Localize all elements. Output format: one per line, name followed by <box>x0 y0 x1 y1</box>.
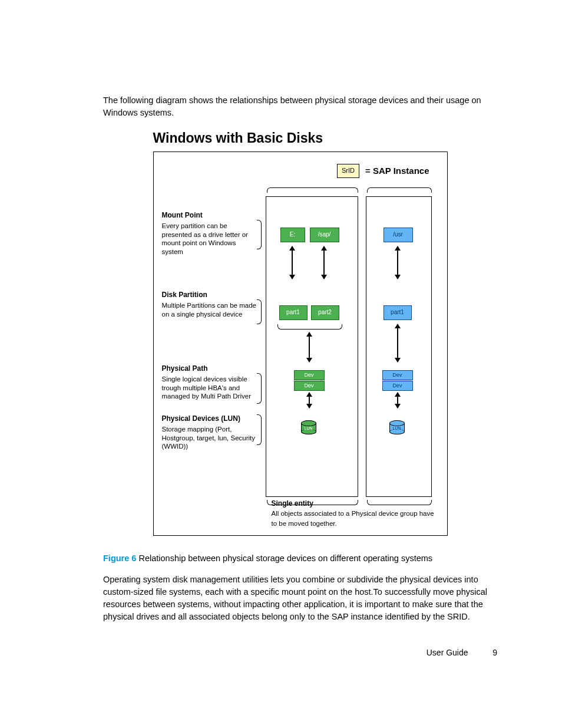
figure-caption: Figure 6 Relationship between physical s… <box>103 552 497 565</box>
brace-path <box>257 373 262 404</box>
top-brace-a <box>267 187 358 193</box>
legend-label: = SAP Instance <box>365 164 429 177</box>
label-partition-heading: Disk Partition <box>162 291 259 299</box>
brace-parts-a <box>277 324 342 330</box>
diagram-title: Windows with Basic Disks <box>153 129 448 148</box>
figure-caption-text: Relationship between physical storage de… <box>136 554 432 563</box>
box-part1-b: part1 <box>384 305 412 320</box>
diagram-frame: SrID = SAP Instance Mount Point Every pa… <box>153 151 448 536</box>
single-entity-heading: Single entity <box>272 499 313 508</box>
arrow-b1 <box>397 246 398 279</box>
arrow-a1 <box>292 246 293 279</box>
label-mount-text: Every partition can be presented as a dr… <box>162 222 248 255</box>
page-footer: User Guide 9 <box>103 647 497 658</box>
label-partition-text: Multiple Partitions can be made on a sin… <box>162 302 256 317</box>
box-sap: /sap/ <box>310 228 339 242</box>
box-dev-b2: Dev <box>382 381 413 391</box>
srid-box: SrID <box>337 164 359 178</box>
label-lun-text: Storage mapping (Port, Hostgroup, target… <box>162 426 256 450</box>
arrow-a2 <box>323 246 325 279</box>
single-entity: Single entity All objects associated to … <box>272 499 437 529</box>
box-dev-a2: Dev <box>294 381 325 391</box>
label-mount-heading: Mount Point <box>162 211 259 220</box>
label-lun-heading: Physical Devices (LUN) <box>162 414 259 423</box>
label-lun: Physical Devices (LUN) Storage mapping (… <box>162 414 259 450</box>
brace-lun <box>257 414 262 445</box>
page: The following diagram shows the relation… <box>0 0 562 694</box>
brace-mount <box>257 220 262 249</box>
arrow-a3 <box>309 332 310 362</box>
brace-partition <box>257 299 262 324</box>
top-brace-b <box>367 187 432 193</box>
box-usr: /usr <box>384 228 413 242</box>
label-path-heading: Physical Path <box>162 364 259 373</box>
footer-doc-title: User Guide <box>427 648 468 657</box>
box-dev-b1: Dev <box>382 370 413 380</box>
footer-page-number: 9 <box>480 647 497 658</box>
single-entity-text: All objects associated to a Physical dev… <box>272 510 434 527</box>
intro-paragraph: The following diagram shows the relation… <box>103 94 497 119</box>
lun-b: LUN <box>389 420 405 434</box>
box-part1-a: part1 <box>279 305 308 320</box>
lun-b-label: LUN <box>389 426 405 431</box>
arrow-b2 <box>397 324 398 362</box>
body-paragraph: Operating system disk management utiliti… <box>103 574 497 623</box>
figure-label: Figure 6 <box>103 554 136 563</box>
arrow-b3 <box>397 393 398 408</box>
label-path: Physical Path Single logical devices vis… <box>162 364 259 400</box>
lun-a-label: LUN <box>301 426 316 431</box>
lun-a: LUN <box>301 420 316 434</box>
label-partition: Disk Partition Multiple Partitions can b… <box>162 291 259 318</box>
legend: SrID = SAP Instance <box>337 164 429 178</box>
arrow-a4 <box>309 393 310 408</box>
figure-6: Windows with Basic Disks SrID = SAP Inst… <box>153 129 448 536</box>
box-e-drive: E: <box>280 228 305 242</box>
label-path-text: Single logical devices visible trough mu… <box>162 375 251 400</box>
label-mount: Mount Point Every partition can be prese… <box>162 211 259 256</box>
box-dev-a1: Dev <box>294 370 325 380</box>
box-part2-a: part2 <box>311 305 339 320</box>
